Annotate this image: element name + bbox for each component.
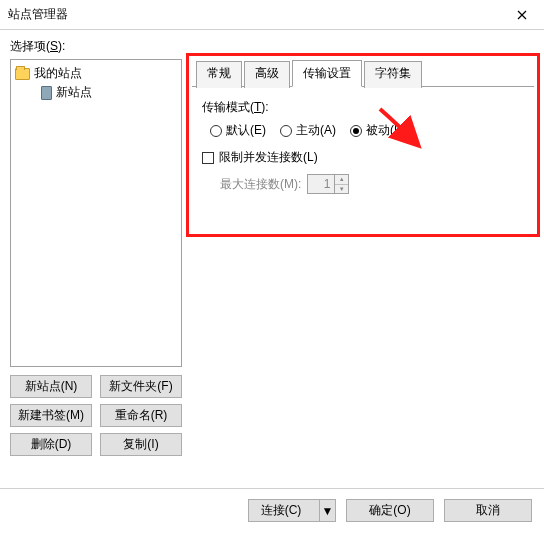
site-tree[interactable]: 我的站点 新站点 [10,59,182,367]
spinner-up-button: ▲ [335,175,348,185]
left-column: 我的站点 新站点 新站点(N) 新文件夹(F) 新建书签(M) 重命名(R) 删… [10,59,182,456]
new-bookmark-button[interactable]: 新建书签(M) [10,404,92,427]
close-button[interactable] [500,0,544,29]
connect-button[interactable]: 连接(C) ▼ [248,499,336,522]
transfer-mode-label: 传输模式(T): [202,99,524,116]
cancel-button[interactable]: 取消 [444,499,532,522]
radio-icon [350,125,362,137]
delete-button[interactable]: 删除(D) [10,433,92,456]
titlebar: 站点管理器 [0,0,544,30]
tree-root-label: 我的站点 [34,65,82,82]
transfer-mode-radios: 默认(E) 主动(A) 被动(P) [210,122,524,139]
tab-charset[interactable]: 字符集 [364,61,422,88]
radio-passive[interactable]: 被动(P) [350,122,406,139]
site-buttons: 新站点(N) 新文件夹(F) 新建书签(M) 重命名(R) 删除(D) 复制(I… [10,375,182,456]
tab-transfer-settings[interactable]: 传输设置 [292,60,362,87]
max-connections-label: 最大连接数(M): [220,176,301,193]
radio-icon [210,125,222,137]
chevron-down-icon[interactable]: ▼ [319,500,335,521]
new-site-button[interactable]: 新站点(N) [10,375,92,398]
tree-child-item[interactable]: 新站点 [13,83,179,102]
radio-icon [280,125,292,137]
copy-button[interactable]: 复制(I) [100,433,182,456]
tab-general[interactable]: 常规 [196,61,242,88]
limit-connections-checkbox[interactable]: 限制并发连接数(L) [202,149,524,166]
tree-root-item[interactable]: 我的站点 [13,64,179,83]
max-connections-input [308,175,334,193]
right-column: 常规 高级 传输设置 字符集 传输模式(T): 默认(E) 主动(A) [192,59,534,456]
radio-active-label: 主动(A) [296,122,336,139]
radio-passive-label: 被动(P) [366,122,406,139]
radio-default-label: 默认(E) [226,122,266,139]
window-title: 站点管理器 [8,6,68,23]
ok-button[interactable]: 确定(O) [346,499,434,522]
close-icon [517,10,527,20]
select-entry-label: 选择项(S): [10,38,534,55]
max-connections-row: 最大连接数(M): ▲ ▼ [202,174,524,194]
transfer-settings-panel: 传输模式(T): 默认(E) 主动(A) 被动(P) [192,87,534,206]
limit-connections-label: 限制并发连接数(L) [219,149,318,166]
rename-button[interactable]: 重命名(R) [100,404,182,427]
content-area: 选择项(S): 我的站点 新站点 新站点(N) 新文件夹(F) 新建书签(M) … [0,30,544,488]
tab-advanced[interactable]: 高级 [244,61,290,88]
radio-default[interactable]: 默认(E) [210,122,266,139]
folder-icon [15,68,30,80]
max-connections-spinner: ▲ ▼ [307,174,349,194]
tree-child-label: 新站点 [56,84,92,101]
spinner-down-button: ▼ [335,185,348,194]
new-folder-button[interactable]: 新文件夹(F) [100,375,182,398]
tab-bar: 常规 高级 传输设置 字符集 [192,59,534,87]
dialog-footer: 连接(C) ▼ 确定(O) 取消 [0,488,544,532]
radio-active[interactable]: 主动(A) [280,122,336,139]
server-icon [41,86,52,100]
checkbox-icon [202,152,214,164]
